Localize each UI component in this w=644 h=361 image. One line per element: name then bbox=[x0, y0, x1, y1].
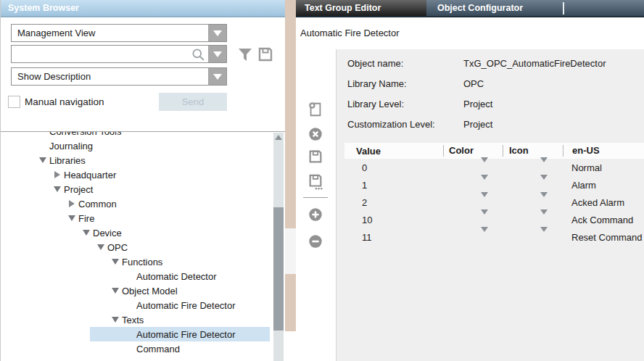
search-input[interactable] bbox=[12, 46, 189, 62]
tree-item-texts[interactable]: Texts bbox=[1, 312, 286, 327]
color-dropdown[interactable] bbox=[443, 197, 503, 208]
selected-object-title: Automatic Fire Detector bbox=[300, 17, 644, 38]
navigation-tree: Conversion Tools Journaling Libraries He… bbox=[1, 131, 286, 361]
save-icon[interactable] bbox=[307, 149, 323, 165]
expander-spacer bbox=[123, 298, 136, 312]
expander-expanded-icon[interactable] bbox=[39, 157, 46, 163]
expander-expanded-icon[interactable] bbox=[112, 288, 119, 294]
chevron-down-icon bbox=[481, 157, 488, 173]
expander-spacer bbox=[36, 138, 49, 153]
chevron-down-icon bbox=[213, 74, 222, 80]
tab-object-configurator[interactable]: Object Configurator bbox=[426, 0, 563, 16]
color-dropdown[interactable] bbox=[443, 180, 503, 191]
chevron-down-icon bbox=[540, 157, 548, 173]
icon-dropdown[interactable] bbox=[503, 180, 563, 191]
expander-collapsed-icon[interactable] bbox=[54, 171, 60, 178]
tree-item-conversion-tools[interactable]: Conversion Tools bbox=[1, 131, 286, 138]
cell-en-us[interactable]: Normal bbox=[563, 162, 644, 173]
tree-item-common[interactable]: Common bbox=[1, 196, 286, 211]
icon-dropdown[interactable] bbox=[503, 232, 563, 243]
text-group-table: Value Color Icon en-US 0 Normal 1 Alarm bbox=[344, 143, 644, 246]
chevron-down-icon bbox=[481, 192, 488, 208]
cell-value[interactable]: 10 bbox=[344, 215, 443, 225]
cell-value[interactable]: 2 bbox=[344, 197, 443, 208]
cell-en-us[interactable]: Alarm bbox=[563, 180, 644, 191]
cell-en-us[interactable]: Reset Command bbox=[563, 232, 644, 243]
color-dropdown[interactable] bbox=[443, 162, 503, 173]
expander-expanded-icon[interactable] bbox=[112, 317, 119, 323]
expander-spacer bbox=[36, 131, 49, 138]
table-row[interactable]: 10 Ack Command bbox=[344, 211, 644, 228]
tab-text-group-editor[interactable]: Text Group Editor bbox=[296, 0, 426, 16]
icon-dropdown[interactable] bbox=[503, 197, 563, 208]
table-row[interactable]: 2 Acked Alarm bbox=[344, 194, 644, 211]
tree-scrollbar-thumb[interactable] bbox=[273, 207, 284, 331]
cell-en-us[interactable]: Ack Command bbox=[563, 215, 644, 225]
tree-item-libraries[interactable]: Libraries bbox=[1, 153, 286, 167]
view-selector-arrow-button[interactable] bbox=[208, 25, 226, 41]
filter-icon[interactable] bbox=[236, 46, 254, 63]
cell-en-us[interactable]: Acked Alarm bbox=[563, 197, 644, 208]
column-header-value: Value bbox=[344, 146, 443, 157]
tree-item-headquarter[interactable]: Headquarter bbox=[1, 167, 286, 182]
toolbar-separator bbox=[303, 197, 328, 198]
color-dropdown[interactable] bbox=[443, 215, 503, 225]
add-row-icon[interactable] bbox=[307, 207, 323, 223]
text-group-content: Object name: TxG_OPC_AutomaticFireDetect… bbox=[336, 49, 644, 361]
chevron-down-icon bbox=[540, 175, 548, 191]
description-selector-arrow-button[interactable] bbox=[208, 68, 226, 85]
chevron-down-icon bbox=[213, 51, 222, 57]
tree-item-fire[interactable]: Fire bbox=[1, 211, 286, 225]
tree-item-automatic-fire-detector-selected[interactable]: Automatic Fire Detector bbox=[1, 327, 286, 341]
manual-navigation-checkbox[interactable] bbox=[8, 96, 20, 108]
description-selector-dropdown[interactable]: Show Description bbox=[11, 67, 227, 86]
tree-item-project[interactable]: Project bbox=[1, 182, 286, 196]
table-row[interactable]: 1 Alarm bbox=[344, 176, 644, 194]
scroll-up-icon[interactable] bbox=[275, 135, 282, 140]
send-button[interactable]: Send bbox=[159, 93, 227, 111]
system-browser-titlebar: System Browser bbox=[1, 0, 286, 17]
expander-expanded-icon[interactable] bbox=[97, 244, 104, 250]
tree-item-automatic-fire-detector-model[interactable]: Automatic Fire Detector bbox=[1, 298, 286, 312]
text-group-editor-panel: Text Group Editor Object Configurator Au… bbox=[296, 0, 644, 361]
column-header-color: Color bbox=[443, 145, 503, 157]
color-dropdown[interactable] bbox=[443, 232, 503, 243]
save-icon[interactable] bbox=[257, 46, 274, 63]
expander-expanded-icon[interactable] bbox=[54, 186, 61, 192]
tree-scrollbar[interactable] bbox=[273, 133, 284, 361]
cell-value[interactable]: 0 bbox=[344, 162, 443, 173]
expander-collapsed-icon[interactable] bbox=[69, 200, 75, 207]
splitter-grip[interactable] bbox=[285, 228, 296, 274]
expander-spacer bbox=[123, 269, 136, 283]
new-text-group-icon[interactable] bbox=[307, 101, 323, 117]
remove-row-icon[interactable] bbox=[307, 233, 323, 249]
tree-item-journaling[interactable]: Journaling bbox=[1, 138, 286, 153]
chevron-down-icon bbox=[481, 209, 488, 225]
tree-item-device[interactable]: Device bbox=[1, 225, 286, 240]
expander-expanded-icon[interactable] bbox=[68, 215, 75, 221]
cell-value[interactable]: 1 bbox=[344, 180, 443, 191]
expander-expanded-icon[interactable] bbox=[83, 230, 90, 236]
description-selector-value: Show Description bbox=[17, 68, 91, 85]
save-as-icon[interactable] bbox=[307, 173, 323, 189]
object-name-label: Object name: bbox=[347, 54, 403, 74]
icon-dropdown[interactable] bbox=[503, 215, 563, 225]
manual-navigation-label: Manual navigation bbox=[25, 96, 104, 108]
tree-item-functions[interactable]: Functions bbox=[1, 254, 286, 269]
tree-item-automatic-detector[interactable]: Automatic Detector bbox=[1, 269, 286, 283]
tree-item-object-model[interactable]: Object Model bbox=[1, 283, 286, 298]
icon-dropdown[interactable] bbox=[503, 162, 563, 173]
delete-text-group-icon[interactable] bbox=[307, 126, 323, 142]
view-selector-dropdown[interactable]: Management View bbox=[11, 24, 227, 42]
cell-value[interactable]: 11 bbox=[344, 232, 443, 243]
tree-item-opc[interactable]: OPC bbox=[1, 240, 286, 254]
system-browser-panel: System Browser Management View Show Desc… bbox=[0, 0, 285, 361]
tree-item-command[interactable]: Command bbox=[1, 341, 286, 356]
search-dropdown-arrow-button[interactable] bbox=[208, 46, 226, 62]
search-box bbox=[11, 45, 227, 63]
panel-splitter[interactable] bbox=[285, 0, 296, 331]
table-row[interactable]: 11 Reset Command bbox=[344, 228, 644, 246]
expander-expanded-icon[interactable] bbox=[112, 259, 119, 265]
chevron-down-icon bbox=[540, 227, 548, 243]
table-row[interactable]: 0 Normal bbox=[344, 159, 644, 176]
